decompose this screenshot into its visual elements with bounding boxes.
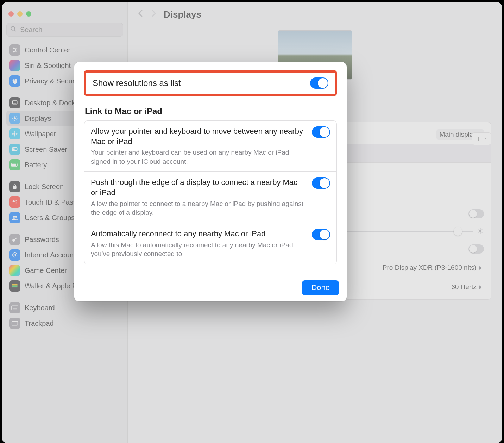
svg-rect-29 bbox=[13, 186, 16, 189]
svg-point-10 bbox=[14, 117, 16, 119]
sidebar-item-label: Users & Groups bbox=[25, 214, 75, 222]
svg-point-19 bbox=[14, 133, 16, 135]
link-option-desc: Your pointer and keyboard can be used on… bbox=[91, 148, 305, 166]
nav-back-button[interactable] bbox=[138, 9, 143, 20]
sidebar-item-label: Trackpad bbox=[25, 319, 54, 327]
refresh-rate-select[interactable]: 60 Hertz ▴▾ bbox=[448, 282, 484, 292]
chevron-down-icon: ﹀ bbox=[484, 136, 488, 142]
svg-rect-27 bbox=[18, 164, 18, 166]
nav-forward-button[interactable] bbox=[151, 9, 157, 20]
svg-rect-40 bbox=[12, 321, 18, 325]
hand-icon bbox=[9, 75, 20, 87]
sliders-icon bbox=[9, 44, 20, 56]
sidebar-item-control-center[interactable]: Control Center bbox=[6, 42, 123, 58]
svg-point-23 bbox=[16, 133, 18, 135]
link-section-title: Link to Mac or iPad bbox=[85, 106, 337, 116]
svg-point-5 bbox=[13, 48, 14, 49]
show-resolutions-row: Show resolutions as list bbox=[84, 70, 337, 96]
sun-icon bbox=[9, 113, 20, 124]
sidebar-item-trackpad[interactable]: Trackpad bbox=[6, 316, 123, 331]
preset-select[interactable]: Pro Display XDR (P3-1600 nits) ▴▾ bbox=[380, 262, 484, 273]
dock-icon bbox=[9, 97, 20, 108]
sidebar-item-keyboard[interactable]: Keyboard bbox=[6, 300, 123, 316]
svg-line-18 bbox=[16, 117, 17, 117]
svg-point-0 bbox=[11, 26, 15, 30]
link-option-toggle[interactable] bbox=[312, 229, 330, 240]
svg-point-21 bbox=[14, 135, 16, 137]
svg-line-1 bbox=[14, 30, 16, 31]
preset-value: Pro Display XDR (P3-1600 nits) bbox=[383, 264, 477, 272]
link-option-toggle[interactable] bbox=[312, 126, 330, 138]
sidebar-item-label: Desktop & Dock bbox=[25, 99, 75, 107]
game-icon bbox=[9, 265, 20, 276]
page-title: Displays bbox=[164, 9, 201, 20]
svg-point-31 bbox=[15, 216, 17, 218]
auto-brightness-toggle[interactable] bbox=[468, 244, 484, 254]
refresh-rate-value: 60 Hertz bbox=[451, 283, 477, 291]
flower-icon bbox=[9, 128, 20, 139]
sidebar-item-label: Keyboard bbox=[25, 304, 55, 312]
sidebar-item-label: Control Center bbox=[25, 46, 70, 54]
sidebar-item-label: Lock Screen bbox=[25, 183, 64, 191]
search-input[interactable] bbox=[19, 25, 119, 34]
link-option-desc: Allow this Mac to automatically reconnec… bbox=[91, 241, 305, 258]
users-icon bbox=[9, 212, 20, 223]
keyboard-icon bbox=[9, 302, 20, 313]
add-display-button[interactable]: ＋ ﹀ bbox=[472, 132, 491, 145]
sidebar-item-label: Passwords bbox=[25, 236, 59, 244]
svg-point-20 bbox=[14, 131, 16, 133]
link-option-desc: Allow the pointer to connect to a nearby… bbox=[91, 199, 305, 217]
link-option-title: Push through the edge of a display to co… bbox=[91, 177, 305, 198]
svg-line-15 bbox=[13, 117, 14, 117]
wallet-icon bbox=[9, 280, 20, 292]
close-window-button[interactable] bbox=[8, 11, 14, 17]
search-icon bbox=[10, 26, 17, 34]
link-to-mac-group: Allow your pointer and keyboard to move … bbox=[84, 120, 337, 264]
displays-advanced-modal: Show resolutions as list Link to Mac or … bbox=[74, 62, 347, 301]
sidebar-item-label: Wallpaper bbox=[25, 130, 56, 138]
link-option-title: Automatically reconnect to any nearby Ma… bbox=[91, 229, 305, 239]
svg-point-6 bbox=[15, 50, 16, 51]
link-option-row: Allow your pointer and keyboard to move … bbox=[84, 121, 336, 171]
window-controls bbox=[6, 8, 123, 23]
sidebar-item-label: Privacy & Security bbox=[25, 77, 82, 85]
sidebar-item-label: Battery bbox=[25, 161, 47, 169]
sidebar-item-label: Displays bbox=[25, 114, 51, 123]
link-option-row: Automatically reconnect to any nearby Ma… bbox=[84, 223, 336, 264]
sidebar-item-label: Game Center bbox=[25, 267, 67, 275]
siri-icon bbox=[9, 60, 20, 71]
zoom-window-button[interactable] bbox=[26, 11, 31, 17]
battery-icon bbox=[9, 159, 20, 170]
svg-point-7 bbox=[13, 51, 14, 52]
svg-rect-9 bbox=[13, 104, 17, 104]
at-icon bbox=[9, 249, 20, 261]
use-as-value: Main display bbox=[439, 131, 477, 138]
sidebar-search[interactable] bbox=[6, 23, 123, 37]
svg-line-16 bbox=[16, 120, 17, 120]
trackpad-icon bbox=[9, 318, 20, 329]
show-resolutions-label: Show resolutions as list bbox=[93, 78, 181, 88]
true-tone-toggle[interactable] bbox=[468, 209, 484, 218]
sidebar-item-label: Internet Accounts bbox=[25, 251, 79, 259]
plus-icon: ＋ bbox=[475, 134, 482, 144]
chevron-updown-icon: ▴▾ bbox=[479, 265, 481, 270]
done-button[interactable]: Done bbox=[302, 280, 339, 295]
sun-bright-icon: ☀ bbox=[477, 227, 484, 236]
settings-window: Control CenterSiri & SpotlightPrivacy & … bbox=[2, 2, 502, 443]
svg-rect-33 bbox=[14, 238, 17, 240]
svg-point-25 bbox=[13, 149, 14, 150]
link-option-toggle[interactable] bbox=[312, 177, 330, 189]
link-option-title: Allow your pointer and keyboard to move … bbox=[91, 126, 305, 146]
svg-point-30 bbox=[13, 216, 15, 218]
titlebar: Displays bbox=[128, 2, 502, 27]
svg-point-22 bbox=[12, 133, 14, 135]
lock-icon bbox=[9, 181, 20, 192]
show-resolutions-toggle[interactable] bbox=[310, 77, 328, 89]
svg-point-34 bbox=[14, 254, 15, 256]
key-icon bbox=[9, 234, 20, 245]
sidebar-item-label: Siri & Spotlight bbox=[25, 62, 71, 70]
link-option-row: Push through the edge of a display to co… bbox=[84, 171, 336, 223]
screen-icon bbox=[9, 144, 20, 155]
sidebar-item-label: Screen Saver bbox=[25, 145, 67, 154]
minimize-window-button[interactable] bbox=[17, 11, 23, 17]
